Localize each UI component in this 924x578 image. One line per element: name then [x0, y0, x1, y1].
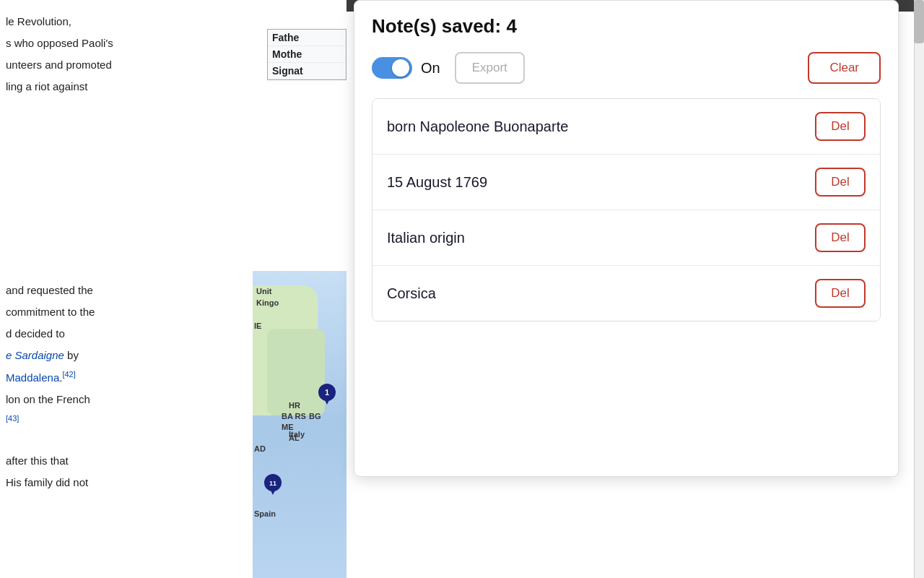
toggle-container: On	[372, 57, 440, 79]
list-item: born Napoleone BuonaparteDel	[372, 99, 880, 155]
note-text-2: 15 August 1769	[387, 174, 487, 191]
svg-marker-5	[270, 489, 276, 495]
map-pin-1[interactable]: 1	[318, 383, 336, 406]
svg-marker-2	[324, 399, 330, 405]
map-label-unit: Unit	[256, 287, 271, 296]
note-text-4: Corsica	[387, 285, 436, 302]
map-label-ad: AD	[254, 444, 266, 453]
map-label-kingo: Kingo	[256, 298, 279, 307]
popup-controls: On Export Clear	[372, 52, 881, 84]
svg-text:11: 11	[269, 480, 276, 487]
wiki-line-4: ling a riot against	[6, 78, 341, 95]
map-label-ie: IE	[254, 322, 261, 330]
infobox-row-signature: Signat	[268, 63, 346, 79]
scrollbar-thumb[interactable]	[914, 0, 924, 43]
popup-title: Note(s) saved: 4	[372, 15, 881, 38]
clear-button[interactable]: Clear	[808, 52, 881, 84]
map-area: Unit Kingo IE HR BA RS ME BG AL AD Italy…	[253, 271, 346, 578]
infobox-partial: Fathe Mothe Signat	[267, 29, 346, 80]
toggle-track	[372, 57, 412, 79]
toggle-label: On	[421, 60, 440, 77]
list-item: CorsicaDel	[372, 266, 880, 321]
maddalena-link[interactable]: Maddalena	[6, 371, 59, 384]
del-button-3[interactable]: Del	[815, 223, 866, 252]
svg-text:1: 1	[325, 388, 329, 397]
export-button[interactable]: Export	[455, 52, 525, 84]
sardaigne-link[interactable]: e Sardaigne	[6, 349, 64, 361]
infobox-row-mother: Mothe	[268, 46, 346, 63]
scrollbar[interactable]	[914, 0, 924, 578]
notes-list: born Napoleone BuonaparteDel15 August 17…	[372, 98, 881, 322]
del-button-4[interactable]: Del	[815, 279, 866, 308]
del-button-1[interactable]: Del	[815, 112, 866, 141]
note-text-3: Italian origin	[387, 230, 465, 246]
wiki-line-1: le Revolution,	[6, 13, 341, 30]
note-text-1: born Napoleone Buonaparte	[387, 118, 568, 135]
notes-popup: Note(s) saved: 4 On Export Clear born Na…	[354, 0, 899, 477]
toggle-thumb	[392, 59, 409, 77]
map-label-ba-rs: BA RS	[282, 412, 306, 420]
map-pin-11[interactable]: 11	[263, 473, 282, 496]
map-label-spain: Spain	[254, 509, 276, 518]
list-item: Italian originDel	[372, 210, 880, 266]
toggle-switch[interactable]	[372, 57, 412, 79]
list-item: 15 August 1769Del	[372, 155, 880, 210]
map-label-hr: HR	[289, 401, 300, 410]
map-label-italy: Italy	[289, 430, 305, 439]
map-label-bg: BG	[309, 412, 321, 420]
del-button-2[interactable]: Del	[815, 168, 866, 197]
infobox-row-father: Fathe	[268, 30, 346, 46]
